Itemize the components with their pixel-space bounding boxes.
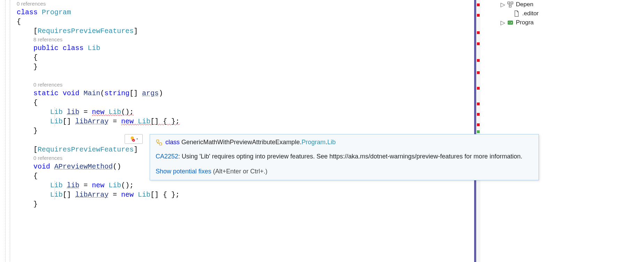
- code-line[interactable]: {: [17, 53, 473, 62]
- svg-rect-4: [508, 2, 510, 4]
- solution-item-label: .editor: [522, 10, 539, 17]
- scroll-mark[interactable]: [477, 31, 480, 34]
- svg-rect-2: [157, 140, 159, 142]
- code-line[interactable]: {: [17, 17, 473, 26]
- scroll-mark[interactable]: [477, 113, 480, 116]
- file-icon: [513, 10, 520, 17]
- codelens-references[interactable]: 0 references: [17, 81, 473, 89]
- solution-item-program[interactable]: ▷ C# Progra: [487, 18, 644, 27]
- scroll-mark[interactable]: [477, 130, 480, 133]
- scroll-mark[interactable]: [477, 3, 480, 6]
- scroll-mark[interactable]: [477, 71, 480, 74]
- chevron-right-icon[interactable]: ▷: [501, 1, 505, 8]
- csharp-file-icon: C#: [507, 19, 514, 26]
- code-line[interactable]: [RequiresPreviewFeatures]: [17, 26, 473, 36]
- chevron-down-icon: ▾: [136, 137, 138, 141]
- lightbulb-error-icon: [129, 136, 135, 142]
- scroll-mark[interactable]: [477, 103, 480, 105]
- quick-actions-lightbulb[interactable]: ▾: [125, 134, 143, 144]
- code-editor[interactable]: 0 references class Program { [RequiresPr…: [0, 0, 473, 262]
- codelens-references[interactable]: 0 references: [17, 0, 473, 8]
- svg-rect-6: [509, 5, 511, 7]
- code-line[interactable]: Lib[] libArray = new Lib[] { };: [17, 190, 473, 199]
- code-line[interactable]: Lib lib = new Lib();: [17, 181, 473, 190]
- solution-item-dependencies[interactable]: ▷ Depen: [487, 0, 644, 9]
- svg-rect-3: [159, 142, 162, 145]
- svg-rect-5: [511, 2, 513, 4]
- solution-item-label: Depen: [516, 1, 533, 8]
- show-potential-fixes-link[interactable]: Show potential fixes: [156, 168, 211, 175]
- scroll-overview-strip[interactable]: [474, 0, 480, 262]
- scroll-mark[interactable]: [477, 42, 480, 45]
- chevron-right-icon[interactable]: ▷: [501, 19, 505, 26]
- solution-item-label: Progra: [516, 19, 534, 26]
- code-line[interactable]: Lib lib = new Lib();: [17, 107, 473, 117]
- code-line[interactable]: }: [17, 62, 473, 72]
- scroll-mark[interactable]: [477, 123, 480, 126]
- scroll-overview-bar: [474, 0, 476, 262]
- error-code-link[interactable]: CA2252: [156, 153, 178, 160]
- class-icon: [156, 139, 163, 146]
- code-line[interactable]: public class Lib: [17, 43, 473, 53]
- error-tooltip: class GenericMathWithPreviewAttributeExa…: [150, 134, 539, 180]
- code-line[interactable]: class Program: [17, 8, 473, 17]
- solution-item-editorconfig[interactable]: .editor: [487, 9, 644, 18]
- code-line[interactable]: Lib[] libArray = new Lib[] { };: [17, 117, 473, 126]
- scroll-mark[interactable]: [477, 59, 480, 62]
- codelens-references[interactable]: 8 references: [17, 36, 473, 43]
- solution-explorer[interactable]: ▷ Depen .editor ▷ C# Progra: [487, 0, 644, 262]
- dependencies-icon: [507, 1, 514, 8]
- scroll-mark[interactable]: [477, 87, 480, 90]
- code-line[interactable]: static void Main(string[] args): [17, 89, 473, 98]
- code-line[interactable]: }: [17, 199, 473, 209]
- code-line[interactable]: {: [17, 98, 473, 107]
- scroll-mark[interactable]: [477, 14, 480, 17]
- code-line[interactable]: [17, 72, 473, 81]
- svg-text:C#: C#: [509, 21, 512, 24]
